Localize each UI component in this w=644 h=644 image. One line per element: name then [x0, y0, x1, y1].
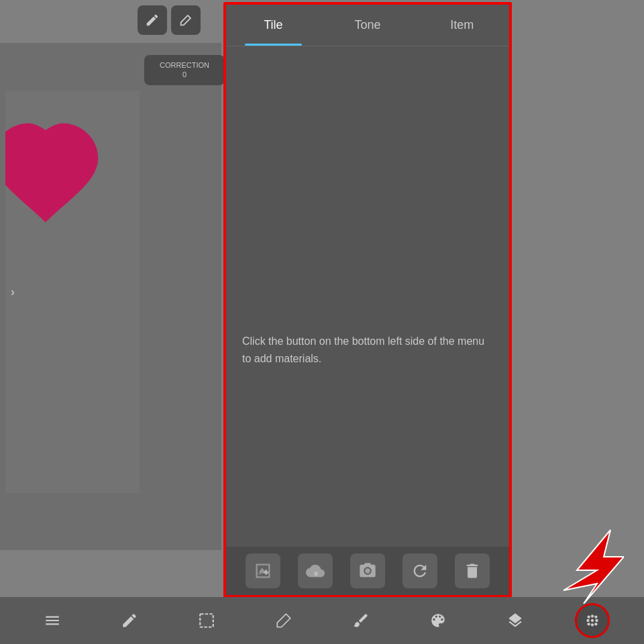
- tabs-row: Tile Tone Item: [226, 5, 509, 46]
- correction-box: CORRECTION 0: [144, 55, 225, 85]
- svg-point-9: [594, 623, 597, 625]
- tool-buttons-row: [138, 5, 201, 35]
- svg-rect-0: [200, 614, 213, 627]
- panel-toolbar: [226, 547, 509, 595]
- chevron-right-icon[interactable]: ›: [11, 285, 15, 299]
- tab-tone[interactable]: Tone: [321, 5, 415, 46]
- nav-palette-button[interactable]: [421, 603, 455, 638]
- reload-button[interactable]: [402, 553, 437, 588]
- delete-button[interactable]: [455, 553, 490, 588]
- nav-edit-button[interactable]: [112, 603, 147, 638]
- svg-point-2: [586, 619, 589, 622]
- add-image-button[interactable]: [246, 553, 280, 588]
- hint-text: Click the button on the bottom left side…: [242, 333, 493, 367]
- nav-erase-button[interactable]: [266, 603, 301, 638]
- main-panel: Tile Tone Item Click the button on the b…: [223, 2, 512, 598]
- svg-point-5: [590, 623, 593, 626]
- svg-marker-10: [564, 530, 624, 604]
- svg-point-3: [595, 619, 598, 622]
- svg-point-7: [594, 615, 597, 618]
- app-container: CORRECTION 0 › Tile Tone Item Click the …: [0, 0, 644, 644]
- nav-pen-button[interactable]: [343, 603, 378, 638]
- panel-content-area: Click the button on the bottom left side…: [226, 46, 509, 547]
- correction-label: CORRECTION: [160, 61, 209, 69]
- canvas-area: ›: [5, 91, 140, 493]
- svg-point-8: [587, 623, 590, 625]
- nav-settings-button[interactable]: [575, 603, 610, 638]
- heart-shape: [5, 117, 106, 252]
- svg-point-4: [590, 614, 593, 617]
- nav-menu-button[interactable]: [35, 603, 70, 638]
- svg-point-6: [587, 615, 590, 618]
- correction-value: 0: [182, 70, 186, 78]
- svg-point-1: [590, 619, 593, 622]
- red-arrow-annotation: [543, 523, 624, 604]
- bottom-nav: [0, 597, 644, 644]
- nav-layers-button[interactable]: [498, 603, 533, 638]
- tab-item[interactable]: Item: [415, 5, 509, 46]
- nav-select-button[interactable]: [189, 603, 224, 638]
- eraser-tool-button[interactable]: [171, 5, 201, 35]
- tab-tile[interactable]: Tile: [226, 5, 321, 46]
- pencil-tool-button[interactable]: [138, 5, 167, 35]
- add-camera-button[interactable]: [350, 553, 385, 588]
- add-cloud-button[interactable]: [298, 553, 333, 588]
